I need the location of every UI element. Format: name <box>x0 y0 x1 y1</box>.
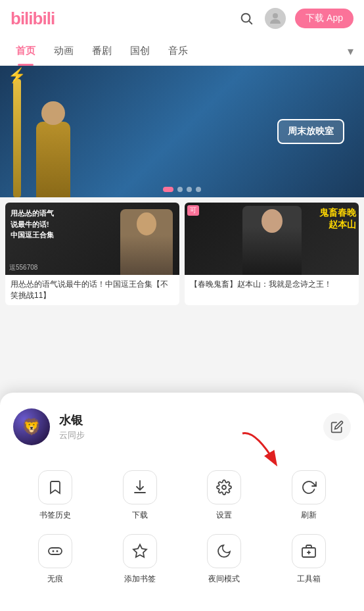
dot-4[interactable] <box>196 187 201 192</box>
incognito-label: 无痕 <box>47 574 63 585</box>
refresh-label: 刷新 <box>301 510 317 521</box>
nav-tab-music[interactable]: 音乐 <box>159 37 197 66</box>
refresh-icon <box>292 470 326 504</box>
bilibili-logo: bilibili <box>11 9 55 29</box>
svg-point-4 <box>53 550 55 552</box>
bottom-sheet: 🦁 水银 云同步 书签历史 <box>0 393 364 611</box>
header: bilibili 下载 App <box>0 0 364 37</box>
add-bookmark-label: 添加书签 <box>124 574 156 585</box>
user-text: 水银 云同步 <box>59 412 85 441</box>
menu-grid-row2: 无痕 添加书签 夜间模式 <box>13 527 351 591</box>
svg-line-1 <box>249 21 252 24</box>
video-thumb-2: 可 鬼畜春晚赵本山 <box>185 203 359 275</box>
video-title-2: 【春晚鬼畜】赵本山：我就是念诗之王！ <box>185 275 359 294</box>
svg-point-3 <box>222 485 226 489</box>
refresh-item[interactable]: 刷新 <box>267 464 352 527</box>
avatar-emoji: 🦁 <box>22 418 41 436</box>
download-icon <box>123 470 157 504</box>
char-head <box>41 101 65 125</box>
video-overlay-text-1: 用怂怂的语气说最牛的话!中国逗王合集 <box>11 208 54 241</box>
edit-profile-button[interactable] <box>323 413 351 441</box>
header-right: 下载 App <box>237 8 353 29</box>
user-avatar: 🦁 <box>13 408 50 445</box>
banner[interactable]: ⚡ 周末放映室 <box>0 66 364 197</box>
character-figure <box>36 122 70 197</box>
trident-top: ⚡ <box>8 67 26 84</box>
dot-3[interactable] <box>187 187 192 192</box>
nav-tabs: 首页 动画 番剧 国创 音乐 ▾ <box>0 37 364 66</box>
nav-tab-animation[interactable]: 动画 <box>45 37 83 66</box>
video-title-1: 用怂怂的语气说最牛的话！中国逗王合集【不笑挑战11】 <box>5 275 179 305</box>
nav-more-button[interactable]: ▾ <box>344 44 357 59</box>
user-info: 🦁 水银 云同步 <box>13 408 85 445</box>
video-grid: 用怂怂的语气说最牛的话!中国逗王合集 逗556708 用怂怂的语气说最牛的话！中… <box>0 197 364 310</box>
cinema-text: 周末放映室 <box>288 126 334 136</box>
download-item[interactable]: 下载 <box>98 464 183 527</box>
night-mode-item[interactable]: 夜间模式 <box>182 527 267 591</box>
incognito-item[interactable]: 无痕 <box>13 527 98 591</box>
incognito-icon <box>38 534 72 568</box>
settings-icon <box>207 470 241 504</box>
svg-point-2 <box>273 13 278 18</box>
bookmark-history-icon <box>38 470 72 504</box>
nav-tab-original[interactable]: 国创 <box>121 37 159 66</box>
person-figure-1 <box>120 209 173 275</box>
user-name: 水银 <box>59 412 85 428</box>
download-app-button[interactable]: 下载 App <box>295 9 353 28</box>
settings-item[interactable]: 设置 <box>182 464 267 527</box>
trident-staff: ⚡ <box>13 79 21 197</box>
user-avatar-header[interactable] <box>265 8 286 29</box>
video-badge-2: 可 <box>187 205 199 216</box>
nav-tab-drama[interactable]: 番剧 <box>83 37 121 66</box>
toolbox-item[interactable]: 工具箱 <box>267 527 352 591</box>
bookmark-history-item[interactable]: 书签历史 <box>13 464 98 527</box>
dot-2[interactable] <box>177 187 183 192</box>
add-bookmark-icon <box>123 534 157 568</box>
nav-tab-home[interactable]: 首页 <box>7 37 45 66</box>
add-bookmark-item[interactable]: 添加书签 <box>98 527 183 591</box>
video-card-1[interactable]: 用怂怂的语气说最牛的话!中国逗王合集 逗556708 用怂怂的语气说最牛的话！中… <box>5 203 179 305</box>
download-label: 下载 <box>132 510 148 521</box>
video-yellow-text-2: 鬼畜春晚赵本山 <box>319 207 356 230</box>
toolbox-label: 工具箱 <box>297 574 321 585</box>
search-button[interactable] <box>237 9 256 28</box>
night-mode-icon <box>207 534 241 568</box>
toolbox-icon <box>292 534 326 568</box>
svg-marker-6 <box>133 545 147 557</box>
banner-content: ⚡ 周末放映室 <box>0 66 364 197</box>
menu-grid-row1: 书签历史 下载 设置 <box>13 464 351 527</box>
person-2-head <box>262 209 283 233</box>
settings-label: 设置 <box>216 510 232 521</box>
video-card-2[interactable]: 可 鬼畜春晚赵本山 【春晚鬼畜】赵本山：我就是念诗之王！ <box>185 203 359 305</box>
dot-1[interactable] <box>163 187 173 192</box>
video-thumb-1: 用怂怂的语气说最牛的话!中国逗王合集 逗556708 <box>5 203 179 275</box>
night-mode-label: 夜间模式 <box>208 574 240 585</box>
banner-dots <box>163 187 201 192</box>
play-count-1: 逗556708 <box>9 263 37 272</box>
char-body <box>36 122 70 197</box>
user-subtitle: 云同步 <box>59 429 85 441</box>
bookmark-history-label: 书签历史 <box>39 510 71 521</box>
svg-point-5 <box>57 550 58 552</box>
user-row: 🦁 水银 云同步 <box>13 408 351 445</box>
person-1-head <box>137 212 156 235</box>
person-figure-2 <box>242 206 302 275</box>
cinema-label: 周末放映室 <box>277 119 344 144</box>
